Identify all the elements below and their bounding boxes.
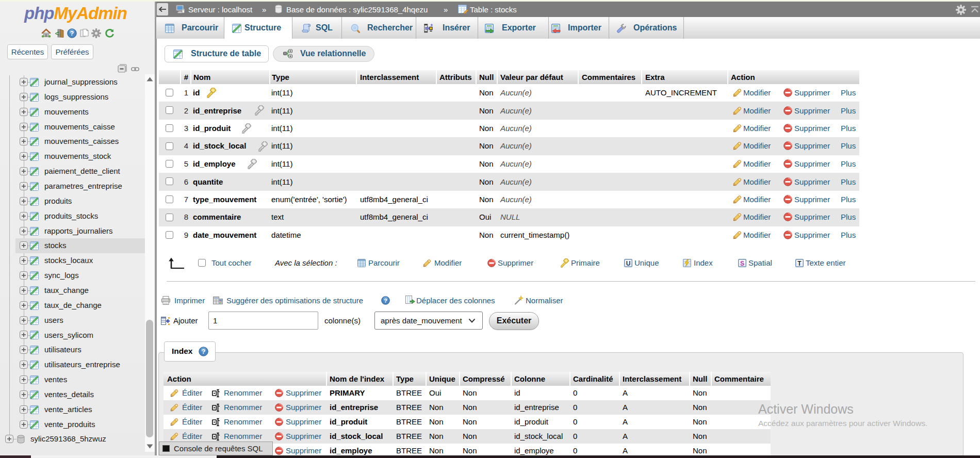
svg-text:?: ?	[202, 348, 205, 355]
svg-text:U: U	[626, 260, 631, 267]
svg-text:?: ?	[384, 298, 387, 304]
svg-text:?: ?	[70, 30, 74, 37]
svg-text:S: S	[740, 260, 744, 267]
svg-text:T: T	[797, 260, 802, 267]
